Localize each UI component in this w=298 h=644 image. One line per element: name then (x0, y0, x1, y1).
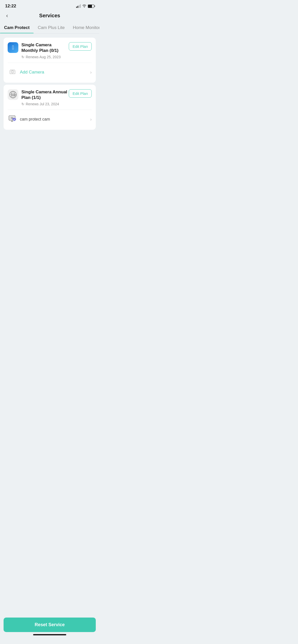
monthly-plan-text: Single Camera Monthly Plan (0/1) ↻ Renew… (21, 42, 69, 59)
annual-plan-header: WWW Single Camera Annual Plan (1/1) ↻ Re… (8, 89, 92, 106)
monthly-edit-plan-button[interactable]: Edit Plan (69, 42, 92, 51)
tabs-container: Cam Protect Cam Plus Lite Home Monitor (0, 22, 99, 34)
annual-renew-icon: ↻ (21, 102, 24, 106)
cam-protect-cam-row-left: cam protect cam (8, 114, 50, 124)
wifi-icon (82, 4, 86, 8)
monthly-plan-name: Single Camera Monthly Plan (0/1) (21, 42, 69, 53)
back-button[interactable]: ‹ (4, 11, 10, 20)
main-content:  Single Camera Monthly Plan (0/1) ↻ Ren… (0, 34, 99, 136)
page-header: ‹ Services (0, 10, 99, 22)
monthly-card-divider (8, 63, 92, 63)
annual-card-divider (8, 110, 92, 110)
add-camera-row-left: Add Camera (8, 67, 44, 77)
monthly-plan-icon:  (8, 42, 18, 53)
annual-plan-info: WWW Single Camera Annual Plan (1/1) ↻ Re… (8, 89, 69, 106)
renew-icon: ↻ (21, 55, 24, 59)
monthly-plan-card:  Single Camera Monthly Plan (0/1) ↻ Ren… (4, 38, 96, 83)
annual-plan-name: Single Camera Annual Plan (1/1) (21, 89, 69, 100)
cam-protect-cam-icon (8, 114, 17, 124)
status-time: 12:22 (5, 4, 16, 9)
tab-cam-plus-lite[interactable]: Cam Plus Lite (34, 22, 69, 33)
page-title: Services (39, 13, 60, 19)
tab-cam-protect[interactable]: Cam Protect (0, 22, 34, 33)
svg-text:WWW: WWW (11, 94, 16, 96)
svg-point-1 (12, 71, 13, 72)
annual-plan-icon: WWW (8, 89, 18, 100)
annual-edit-plan-button[interactable]: Edit Plan (69, 89, 92, 98)
annual-plan-text: Single Camera Annual Plan (1/1) ↻ Renews… (21, 89, 69, 106)
camera-placeholder-icon (8, 67, 17, 77)
annual-plan-card: WWW Single Camera Annual Plan (1/1) ↻ Re… (4, 85, 96, 130)
add-camera-label: Add Camera (20, 70, 44, 75)
cam-protect-cam-row[interactable]: cam protect cam › (8, 113, 92, 125)
cam-protect-cam-chevron: › (90, 117, 92, 122)
cam-protect-cam-label: cam protect cam (20, 117, 50, 122)
monthly-plan-info:  Single Camera Monthly Plan (0/1) ↻ Ren… (8, 42, 69, 59)
monthly-plan-header:  Single Camera Monthly Plan (0/1) ↻ Ren… (8, 42, 92, 59)
battery-icon (88, 5, 94, 8)
monthly-plan-renew: ↻ Renews Aug 25, 2023 (21, 55, 69, 59)
status-icons (76, 4, 94, 8)
annual-plan-renew: ↻ Renews Jul 23, 2024 (21, 102, 69, 106)
add-camera-chevron: › (90, 70, 92, 75)
add-camera-row[interactable]: Add Camera › (8, 66, 92, 78)
svg-point-11 (12, 118, 12, 118)
status-bar: 12:22 (0, 0, 99, 10)
tab-home-monitor[interactable]: Home Monitor (69, 22, 99, 33)
signal-icon (76, 4, 81, 8)
